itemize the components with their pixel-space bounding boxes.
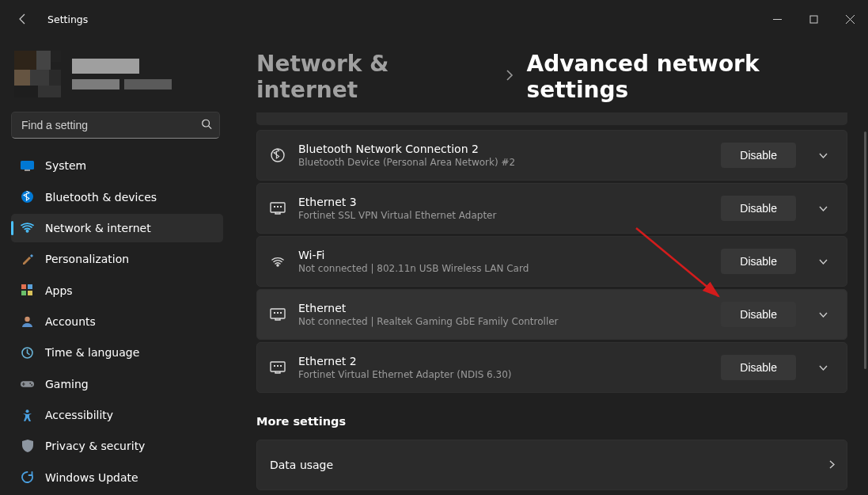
accounts-icon — [21, 314, 34, 328]
svg-point-9 — [25, 317, 29, 322]
sidebar-item-personalization[interactable]: Personalization — [11, 245, 223, 273]
expand-chevron-icon[interactable] — [809, 194, 837, 223]
svg-point-14 — [26, 409, 29, 413]
svg-rect-2 — [21, 161, 34, 169]
svg-rect-5 — [21, 284, 26, 289]
sidebar-item-apps[interactable]: Apps — [11, 276, 223, 304]
user-profile[interactable] — [0, 38, 231, 107]
adapter-name: Wi-Fi — [298, 249, 708, 261]
adapter-name: Ethernet — [298, 302, 708, 314]
svg-rect-3 — [25, 169, 30, 171]
sidebar-item-accessibility[interactable]: Accessibility — [11, 401, 223, 429]
svg-rect-18 — [271, 362, 285, 371]
more-settings-heading: More settings — [256, 415, 847, 428]
sidebar-item-gaming[interactable]: Gaming — [11, 370, 223, 398]
search-box[interactable] — [11, 112, 220, 139]
search-input[interactable] — [11, 112, 220, 139]
more-settings-label: Data usage — [270, 459, 333, 471]
sidebar-item-accounts[interactable]: Accounts — [11, 307, 223, 336]
sidebar-item-time[interactable]: Time & language — [11, 338, 223, 367]
adapter-name: Ethernet 3 — [298, 196, 708, 208]
adapter-row[interactable]: Ethernet 2Fortinet Virtual Ethernet Adap… — [256, 342, 847, 393]
window-title: Settings — [47, 13, 88, 25]
nav-list: SystemBluetooth & devicesNetwork & inter… — [0, 148, 231, 495]
more-settings-item[interactable]: Data usage — [256, 440, 847, 490]
gaming-icon — [21, 377, 34, 390]
sidebar-item-label: Network & internet — [45, 222, 151, 234]
network-icon — [21, 221, 34, 234]
adapter-description: Not connected | Realtek Gaming GbE Famil… — [298, 316, 708, 327]
back-button[interactable] — [11, 7, 35, 31]
expand-chevron-icon[interactable] — [809, 353, 837, 382]
sidebar-item-update[interactable]: Windows Update — [11, 463, 223, 492]
disable-button[interactable]: Disable — [721, 249, 796, 274]
page-title: Advanced network settings — [527, 51, 860, 103]
expand-chevron-icon[interactable] — [809, 141, 837, 169]
sidebar-item-privacy[interactable]: Privacy & security — [11, 432, 223, 460]
sidebar-item-label: Privacy & security — [45, 440, 145, 452]
sidebar-item-bluetooth[interactable]: Bluetooth & devices — [11, 182, 223, 211]
breadcrumb-parent[interactable]: Network & internet — [256, 51, 492, 103]
adapter-row[interactable]: Bluetooth Network Connection 2Bluetooth … — [256, 130, 847, 181]
expand-chevron-icon[interactable] — [809, 247, 837, 276]
svg-rect-7 — [21, 291, 26, 295]
ethernet-icon — [270, 361, 286, 374]
time-icon — [21, 346, 34, 360]
accessibility-icon — [21, 409, 34, 422]
svg-rect-17 — [271, 309, 285, 318]
scrollbar[interactable] — [864, 131, 866, 369]
system-icon — [21, 159, 34, 173]
content-pane: Network & internet Advanced network sett… — [237, 38, 868, 495]
sidebar-item-label: Gaming — [45, 378, 89, 390]
adapter-description: Bluetooth Device (Personal Area Network)… — [298, 157, 708, 168]
maximize-button[interactable] — [795, 6, 832, 32]
disable-button[interactable]: Disable — [721, 302, 796, 327]
chevron-right-icon — [503, 69, 516, 85]
svg-rect-8 — [28, 291, 32, 295]
svg-rect-6 — [28, 284, 32, 289]
personalization-icon — [21, 253, 34, 266]
adapter-description: Not connected | 802.11n USB Wireless LAN… — [298, 263, 708, 274]
svg-rect-0 — [810, 16, 817, 23]
breadcrumb: Network & internet Advanced network sett… — [256, 51, 860, 103]
adapter-description: Fortinet SSL VPN Virtual Ethernet Adapte… — [298, 210, 708, 221]
svg-point-13 — [31, 384, 32, 386]
sidebar-item-network[interactable]: Network & internet — [11, 214, 223, 242]
bluetooth-icon — [270, 148, 286, 162]
chevron-right-icon — [827, 458, 837, 473]
bluetooth-icon — [21, 190, 34, 204]
sidebar-item-label: Time & language — [45, 346, 139, 359]
collapsed-card-remnant[interactable] — [256, 112, 847, 125]
user-name-redacted — [72, 59, 172, 89]
minimize-button[interactable] — [759, 6, 795, 32]
sidebar-item-label: Bluetooth & devices — [45, 191, 157, 204]
apps-icon — [21, 284, 34, 297]
ethernet-icon — [270, 308, 286, 321]
avatar — [14, 51, 61, 97]
disable-button[interactable]: Disable — [721, 143, 796, 168]
svg-point-12 — [29, 383, 31, 384]
sidebar-item-label: Windows Update — [45, 471, 138, 484]
sidebar-item-label: Accounts — [45, 315, 96, 328]
adapter-row[interactable]: Wi-FiNot connected | 802.11n USB Wireles… — [256, 236, 847, 287]
disable-button[interactable]: Disable — [721, 196, 796, 221]
svg-rect-16 — [271, 203, 285, 212]
expand-chevron-icon[interactable] — [809, 300, 837, 329]
sidebar: SystemBluetooth & devicesNetwork & inter… — [0, 38, 237, 495]
adapter-name: Ethernet 2 — [298, 355, 708, 367]
wifi-icon — [270, 255, 286, 268]
adapter-row[interactable]: Ethernet 3Fortinet SSL VPN Virtual Ether… — [256, 183, 847, 234]
update-icon — [21, 470, 34, 484]
sidebar-item-label: Apps — [45, 284, 73, 297]
sidebar-item-label: System — [45, 159, 86, 172]
ethernet-icon — [270, 202, 286, 215]
adapter-description: Fortinet Virtual Ethernet Adapter (NDIS … — [298, 369, 708, 380]
adapter-row[interactable]: EthernetNot connected | Realtek Gaming G… — [256, 289, 847, 340]
sidebar-item-label: Personalization — [45, 253, 129, 265]
privacy-icon — [21, 440, 34, 453]
sidebar-item-system[interactable]: System — [11, 151, 223, 180]
close-button[interactable] — [832, 6, 868, 32]
sidebar-item-label: Accessibility — [45, 409, 113, 421]
titlebar: Settings — [0, 0, 868, 38]
disable-button[interactable]: Disable — [721, 355, 796, 380]
